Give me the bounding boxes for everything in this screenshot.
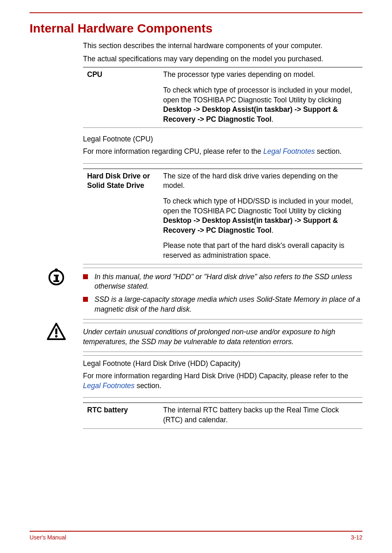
info-note-item-2: SSD is a large-capacity storage media wh… — [83, 295, 362, 314]
hdd-footnote-link[interactable]: Legal Footnotes — [83, 382, 135, 390]
cpu-desc-2: To check which type of processor is incl… — [163, 83, 362, 128]
body-content: This section describes the internal hard… — [83, 41, 362, 264]
footer-left: User's Manual — [30, 534, 66, 541]
info-note: In this manual, the word "HDD" or "Hard … — [30, 268, 362, 320]
hdd-desc-1: The size of the hard disk drive varies d… — [163, 169, 362, 194]
page-title: Internal Hardware Components — [30, 21, 362, 35]
info-icon — [30, 268, 83, 286]
warning-icon — [30, 323, 83, 340]
svg-point-7 — [55, 335, 58, 338]
svg-rect-6 — [55, 329, 58, 334]
hdd-footnote: Legal Footnote (Hard Disk Drive (HDD) Ca… — [83, 355, 362, 398]
info-note-text-1: In this manual, the word "HDD" or "Hard … — [95, 272, 362, 292]
hdd-footnote-text-a: For more information regarding Hard Disk… — [83, 372, 348, 380]
intro-paragraph-2: The actual specifications may vary depen… — [83, 54, 362, 64]
cpu-table: CPU The processor type varies depending … — [83, 67, 362, 128]
cpu-label: CPU — [83, 67, 163, 83]
svg-rect-4 — [53, 280, 59, 282]
cpu-desc-1: The processor type varies depending on m… — [163, 67, 362, 83]
bullet-icon — [83, 274, 88, 279]
hdd-label: Hard Disk Drive or Solid State Drive — [83, 169, 163, 194]
cpu-footnote-text: For more information regarding CPU, plea… — [83, 147, 362, 157]
page-footer: User's Manual 3-12 — [30, 531, 362, 541]
hdd-desc-2a: To check which type of HDD/SSD is includ… — [163, 197, 353, 215]
page: Internal Hardware Components This sectio… — [0, 0, 392, 553]
warning-note: Under certain unusual conditions of prol… — [30, 323, 362, 352]
hdd-desc-3: Please note that part of the hard disk's… — [163, 238, 362, 264]
top-rule — [30, 12, 362, 13]
cpu-footnote-text-b: section. — [315, 147, 341, 155]
cpu-footnote-title: Legal Footnote (CPU) — [83, 134, 362, 144]
hdd-table: Hard Disk Drive or Solid State Drive The… — [83, 169, 362, 264]
hdd-desc-2: To check which type of HDD/SSD is includ… — [163, 194, 362, 239]
rtc-desc: The internal RTC battery backs up the Re… — [163, 403, 362, 428]
svg-rect-3 — [55, 275, 58, 281]
svg-point-1 — [55, 268, 58, 272]
warning-note-content: Under certain unusual conditions of prol… — [83, 323, 362, 352]
info-note-text-2: SSD is a large-capacity storage media wh… — [95, 295, 362, 314]
rtc-table: RTC battery The internal RTC battery bac… — [83, 403, 362, 428]
hdd-desc-2b: Desktop -> Desktop Assist(in taskbar) ->… — [163, 216, 338, 234]
rtc-label: RTC battery — [83, 403, 163, 428]
cpu-desc-2b: Desktop -> Desktop Assist(in taskbar) ->… — [163, 105, 338, 123]
hdd-footnote-title: Legal Footnote (Hard Disk Drive (HDD) Ca… — [83, 359, 362, 369]
hdd-footnote-wrap: Legal Footnote (Hard Disk Drive (HDD) Ca… — [83, 355, 362, 428]
footer-right: 3-12 — [351, 534, 362, 541]
cpu-desc-2c: . — [272, 115, 274, 123]
info-note-content: In this manual, the word "HDD" or "Hard … — [83, 268, 362, 320]
cpu-footnote-link[interactable]: Legal Footnotes — [263, 147, 315, 155]
info-note-item-1: In this manual, the word "HDD" or "Hard … — [83, 272, 362, 292]
cpu-desc-2a: To check which type of processor is incl… — [163, 86, 352, 104]
cpu-footnote: Legal Footnote (CPU) For more informatio… — [83, 131, 362, 163]
hdd-desc-2c: . — [272, 226, 274, 234]
bullet-icon — [83, 297, 88, 302]
warning-note-text: Under certain unusual conditions of prol… — [83, 328, 335, 346]
cpu-footnote-text-a: For more information regarding CPU, plea… — [83, 147, 263, 155]
hdd-footnote-text-b: section. — [135, 382, 161, 390]
hdd-footnote-text: For more information regarding Hard Disk… — [83, 371, 362, 391]
intro-paragraph-1: This section describes the internal hard… — [83, 41, 362, 51]
